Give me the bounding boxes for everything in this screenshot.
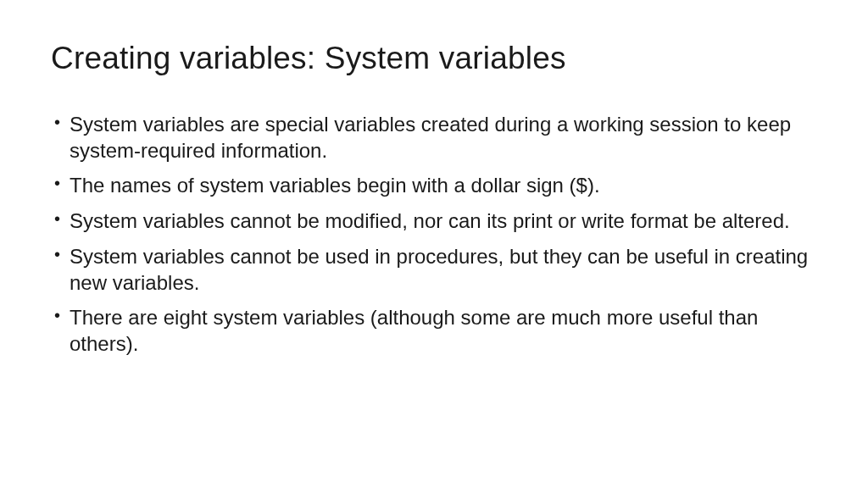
- bullet-item: System variables cannot be used in proce…: [51, 244, 817, 296]
- bullet-item: The names of system variables begin with…: [51, 173, 817, 199]
- bullet-item: System variables are special variables c…: [51, 112, 817, 164]
- bullet-item: There are eight system variables (althou…: [51, 305, 817, 357]
- slide-title: Creating variables: System variables: [51, 41, 817, 76]
- bullet-list: System variables are special variables c…: [51, 112, 817, 358]
- bullet-item: System variables cannot be modified, nor…: [51, 208, 817, 235]
